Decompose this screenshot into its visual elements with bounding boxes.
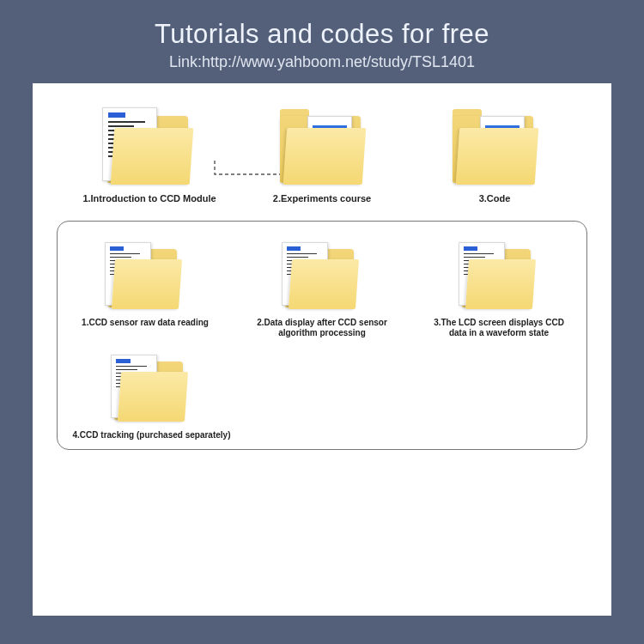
page-subtitle: Link:http://www.yahboom.net/study/TSL140… xyxy=(0,53,644,71)
folder-label: 1.CCD sensor raw data reading xyxy=(82,318,209,329)
sub-folder-row-2: 4.CCD tracking (purchased separately) xyxy=(68,355,576,441)
folder-item[interactable]: 2.Experiments course xyxy=(245,107,399,205)
folder-icon xyxy=(282,242,363,311)
folder-label: 3.Code xyxy=(479,193,511,205)
top-folder-row: 1.Introduction to CCD Module 2.Experimen… xyxy=(57,107,587,205)
folder-icon xyxy=(102,107,197,186)
sub-folder-row-1: 1.CCD sensor raw data reading 2.Data dis… xyxy=(68,242,576,339)
folder-label: 1.Introduction to CCD Module xyxy=(82,193,216,205)
folder-item[interactable]: 2.Data display after CCD sensor algorith… xyxy=(245,242,399,339)
folder-label: 2.Experiments course xyxy=(273,193,371,205)
folder-label: 3.The LCD screen displays CCD data in a … xyxy=(426,318,572,339)
folder-icon xyxy=(111,355,192,423)
folder-icon xyxy=(105,242,186,311)
folder-label: 2.Data display after CCD sensor algorith… xyxy=(249,318,395,339)
folder-item[interactable]: 3.Code xyxy=(417,107,572,205)
header: Tutorials and codes for free Link:http:/… xyxy=(0,0,644,83)
folder-label: 4.CCD tracking (purchased separately) xyxy=(73,430,231,441)
page-title: Tutorials and codes for free xyxy=(0,19,644,50)
content-panel: 1.Introduction to CCD Module 2.Experimen… xyxy=(33,83,611,616)
folder-item[interactable]: 1.CCD sensor raw data reading xyxy=(68,242,222,339)
folder-icon xyxy=(459,242,540,311)
folder-item[interactable]: 4.CCD tracking (purchased separately) xyxy=(68,355,235,441)
folder-item[interactable]: 3.The LCD screen displays CCD data in a … xyxy=(422,242,576,339)
folder-icon xyxy=(447,107,542,186)
folder-item[interactable]: 1.Introduction to CCD Module xyxy=(72,107,227,205)
folder-icon xyxy=(275,107,369,186)
experiments-subgroup: 1.CCD sensor raw data reading 2.Data dis… xyxy=(57,221,587,451)
